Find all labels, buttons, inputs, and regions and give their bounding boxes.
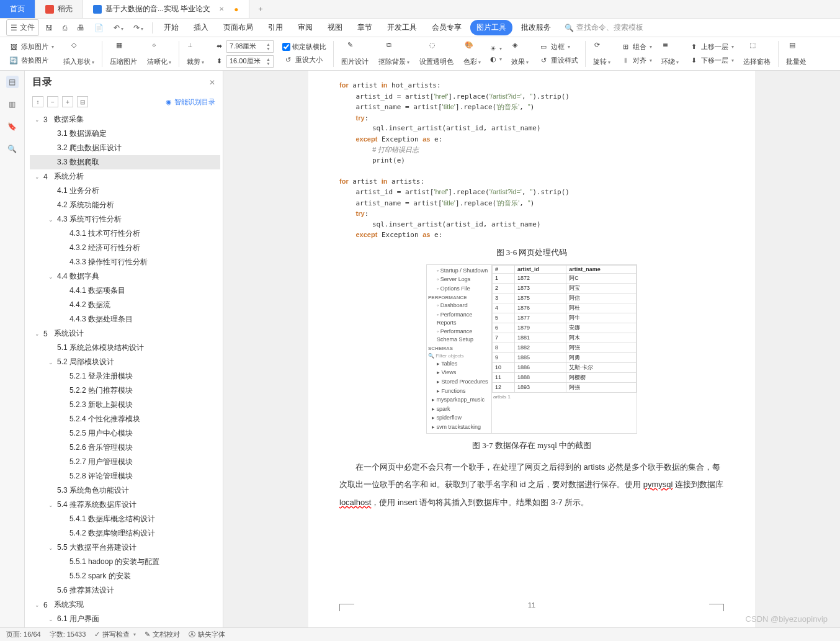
height-input[interactable]: ⬍16.00厘米▲▼	[212, 55, 275, 68]
bookmark-icon[interactable]: 🔖	[6, 120, 19, 133]
clarity-button[interactable]: ⟐清晰化▾	[145, 41, 174, 66]
select-pane-button[interactable]: ⬚选择窗格	[741, 41, 773, 66]
lock-ratio-checkbox[interactable]: 锁定纵横比	[280, 42, 328, 52]
outline-item[interactable]: 5.2.2 热门推荐模块	[30, 383, 220, 398]
outline-item[interactable]: 5.2.8 评论管理模块	[30, 469, 220, 483]
outline-item[interactable]: 4.2 系统功能分析	[30, 198, 220, 212]
crop-button[interactable]: ⟂裁剪▾	[184, 41, 207, 66]
outline-item[interactable]: ⌄5.4 推荐系统数据库设计	[30, 498, 220, 512]
print-icon[interactable]: 🖶	[73, 21, 88, 35]
menu-tab[interactable]: 章节	[351, 20, 378, 35]
undo-icon[interactable]: ↶▾	[110, 21, 127, 35]
outline-item[interactable]: 4.4.3 数据处理条目	[30, 312, 220, 326]
outline-item[interactable]: 3.3 数据爬取	[30, 155, 220, 169]
print-icon-2[interactable]: 📄	[91, 21, 107, 35]
tab-document[interactable]: 基于大数据的音...实现 毕业论文 ✕ ●	[83, 0, 249, 18]
replace-image-button[interactable]: 🔄替换图片	[6, 55, 56, 67]
menu-tab[interactable]: 审阅	[292, 20, 319, 35]
outline-collapse-all[interactable]: ⊟	[77, 96, 88, 107]
tab-daoke[interactable]: 稻壳	[35, 0, 83, 18]
close-outline-icon[interactable]: ✕	[209, 78, 215, 87]
outline-item[interactable]: ⌄5系统设计	[30, 326, 220, 341]
outline-item[interactable]: 5.2.5 用户中心模块	[30, 426, 220, 441]
outline-collapse[interactable]: −	[47, 96, 58, 107]
wrap-button[interactable]: ≣环绕▾	[659, 41, 681, 66]
outline-item[interactable]: 5.2.3 新歌上架模块	[30, 398, 220, 412]
redo-icon[interactable]: ↷▾	[130, 21, 147, 35]
outline-item[interactable]: ⌄4.4 数据字典	[30, 269, 220, 284]
tab-home[interactable]: 首页	[0, 0, 35, 18]
outline-item[interactable]: 5.2.1 登录注册模块	[30, 369, 220, 383]
move-up-button[interactable]: ⬆上移一层▾	[686, 41, 736, 53]
align-button[interactable]: ⫴对齐▾	[618, 55, 654, 67]
add-tab-button[interactable]: ＋	[249, 0, 272, 18]
command-search[interactable]: 🔍 查找命令、搜索模板	[565, 22, 643, 33]
proof-button[interactable]: ✎文档校对	[145, 630, 180, 639]
outline-item[interactable]: 4.4.1 数据项条目	[30, 284, 220, 298]
menu-tab[interactable]: 开始	[158, 20, 185, 35]
page-indicator[interactable]: 页面: 16/64	[6, 630, 41, 639]
smart-toc-button[interactable]: ◉ 智能识别目录	[166, 97, 215, 107]
rotate-button[interactable]: ⟳旋转▾	[591, 41, 613, 66]
outline-item[interactable]: 5.4.2 数据库物理结构设计	[30, 526, 220, 540]
menu-tab-extra[interactable]: 批改服务	[515, 20, 557, 35]
file-menu[interactable]: ☰ 文件	[6, 19, 39, 36]
outline-expand[interactable]: +	[62, 96, 73, 107]
outline-item[interactable]: ⌄4.3 系统可行性分析	[30, 212, 220, 226]
outline-item[interactable]: 5.5.1 hadoop 的安装与配置	[30, 555, 220, 569]
brightness-button[interactable]: ☀▾	[488, 44, 504, 53]
outline-item[interactable]: 4.1 业务分析	[30, 184, 220, 198]
outline-item[interactable]: 4.3.1 技术可行性分析	[30, 226, 220, 241]
outline-item[interactable]: ⌄5.5 大数据平台搭建设计	[30, 540, 220, 555]
outline-item[interactable]: 4.4.2 数据流	[30, 298, 220, 312]
reset-size-button[interactable]: ↺重设大小	[280, 53, 328, 66]
word-count[interactable]: 字数: 15433	[50, 630, 86, 639]
menu-tab-picture-tools[interactable]: 图片工具	[470, 20, 512, 35]
reset-style-button[interactable]: ↺重设样式	[536, 55, 580, 67]
pic-design-button[interactable]: ✎图片设计	[339, 41, 371, 66]
color-button[interactable]: 🎨色彩▾	[461, 41, 483, 66]
menu-tab[interactable]: 会员专享	[426, 20, 468, 35]
effect-button[interactable]: ◈效果▾	[509, 41, 531, 66]
outline-item[interactable]: 3.2 爬虫数据库设计	[30, 141, 220, 155]
insert-shape-button[interactable]: ◇插入形状▾	[61, 41, 97, 66]
menu-tab[interactable]: 视图	[321, 20, 349, 35]
outline-tree[interactable]: ⌄3数据采集3.1 数据源确定3.2 爬虫数据库设计3.3 数据爬取⌄4系统分析…	[25, 112, 223, 627]
document-area[interactable]: for artist in hot_artists: artist_id = a…	[223, 71, 840, 627]
outline-item[interactable]: 5.6 推荐算法设计	[30, 583, 220, 598]
search-icon[interactable]: 🔍	[6, 143, 19, 155]
close-icon[interactable]: ✕	[219, 6, 224, 12]
border-button[interactable]: ▭边框▾	[536, 41, 580, 53]
menu-tab[interactable]: 插入	[187, 20, 215, 35]
outline-item[interactable]: 5.4.1 数据库概念结构设计	[30, 512, 220, 526]
contrast-button[interactable]: ◐▾	[488, 55, 504, 64]
outline-item[interactable]: 5.5.2 spark 的安装	[30, 569, 220, 583]
outline-item[interactable]: 5.2.4 个性化推荐模块	[30, 412, 220, 426]
outline-item[interactable]: 5.3 系统角色功能设计	[30, 483, 220, 498]
menu-tab[interactable]: 页面布局	[217, 20, 259, 35]
outline-item[interactable]: ⌄3数据采集	[30, 112, 220, 127]
remove-bg-button[interactable]: ⧉抠除背景▾	[376, 41, 412, 66]
combine-button[interactable]: ⊞组合▾	[618, 41, 654, 53]
outline-item[interactable]: 4.3.2 经济可行性分析	[30, 241, 220, 255]
save-icon[interactable]: 🖫	[42, 21, 56, 35]
print-preview-icon[interactable]: ⎙	[59, 21, 71, 35]
outline-item[interactable]: 5.2.6 音乐管理模块	[30, 441, 220, 455]
set-trans-button[interactable]: ◌设置透明色	[417, 41, 456, 66]
menu-tab[interactable]: 开发工具	[381, 20, 423, 35]
outline-item[interactable]: 5.1 系统总体模块结构设计	[30, 341, 220, 355]
outline-item[interactable]: ⌄4系统分析	[30, 169, 220, 184]
batch-button[interactable]: ▤批量处	[784, 41, 809, 66]
outline-expand-all[interactable]: ↕	[32, 96, 43, 107]
move-down-button[interactable]: ⬇下移一层▾	[686, 55, 736, 67]
add-image-button[interactable]: 🖼添加图片▾	[6, 41, 56, 53]
menu-tab[interactable]: 引用	[262, 20, 289, 35]
outline-item[interactable]: 4.3.3 操作性可行性分析	[30, 255, 220, 269]
outline-item[interactable]: 5.2.7 用户管理模块	[30, 455, 220, 469]
outline-item[interactable]: 3.1 数据源确定	[30, 127, 220, 141]
outline-item[interactable]: ⌄6系统实现	[30, 598, 220, 612]
outline-item[interactable]: ⌄5.2 局部模块设计	[30, 355, 220, 369]
missing-font[interactable]: Ⓐ缺失字体	[189, 630, 225, 639]
compress-button[interactable]: ▦压缩图片	[107, 41, 140, 66]
outline-item[interactable]: 6.1.1 系统主页	[30, 626, 220, 627]
